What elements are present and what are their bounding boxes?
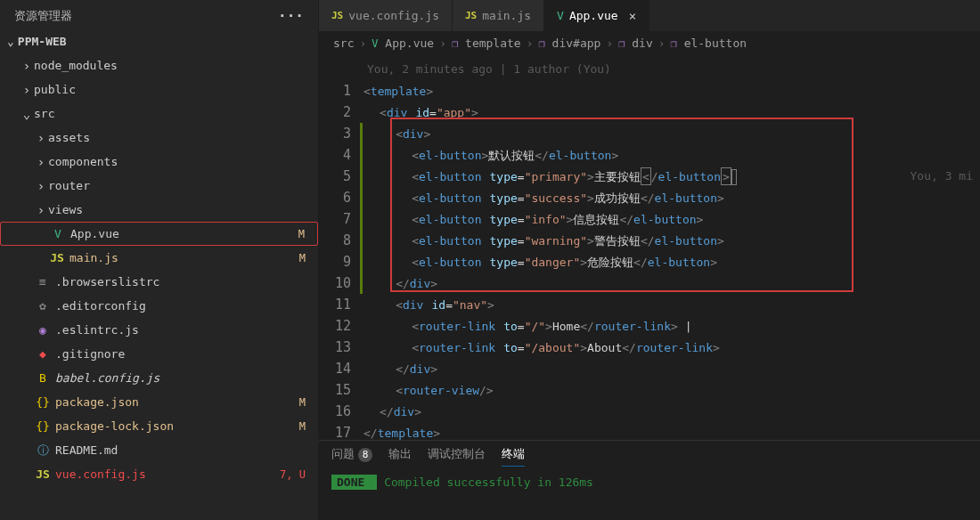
folder-item[interactable]: ›components <box>0 150 318 174</box>
git-status: M <box>299 420 306 433</box>
code-line[interactable]: <el-button>默认按钮</el-button> <box>363 144 980 166</box>
git-status: M <box>298 228 305 240</box>
code-line[interactable]: <el-button type="info">信息按钮</el-button> <box>363 208 980 230</box>
breadcrumb-item[interactable]: ❐ template <box>452 37 521 50</box>
git-status: M <box>299 396 306 409</box>
breadcrumb-icon: ❐ <box>539 37 545 50</box>
folder-item[interactable]: ⌄src <box>0 102 318 126</box>
workspace-root[interactable]: ⌄ PPM-WEB <box>0 31 318 52</box>
editor-main: JSvue.config.jsJSmain.jsVApp.vue× src›V … <box>319 0 980 520</box>
breadcrumb-separator: › <box>439 37 446 50</box>
code-area[interactable]: You, 2 minutes ago | 1 author (You)<temp… <box>363 55 980 440</box>
item-label: .eslintrc.js <box>55 323 318 337</box>
git-status: M <box>299 252 306 264</box>
editor-tab[interactable]: JSvue.config.js <box>319 0 453 31</box>
item-label: .editorconfig <box>55 299 318 313</box>
item-label: views <box>48 203 318 216</box>
file-icon: V <box>49 227 67 240</box>
item-label: node_modules <box>34 59 318 72</box>
close-icon[interactable]: × <box>629 9 636 23</box>
git-blame: You, 2 minutes ago | 1 author (You) <box>363 59 980 80</box>
file-item[interactable]: {}package.jsonM <box>0 390 318 414</box>
code-line[interactable]: <div id="app"> <box>363 102 980 123</box>
panel-tabs: 问题8输出调试控制台终端 <box>319 441 980 470</box>
sidebar-explorer: 资源管理器 ··· ⌄ PPM-WEB ›node_modules›public… <box>0 0 319 520</box>
file-icon: ✿ <box>34 299 52 313</box>
code-line[interactable]: <template> <box>363 80 980 102</box>
code-line[interactable]: </div> <box>363 401 980 422</box>
code-line[interactable]: <el-button type="danger">危险按钮</el-button… <box>363 251 980 272</box>
file-item[interactable]: ⓘREADME.md <box>0 438 318 462</box>
done-badge: DONE <box>331 475 377 490</box>
code-line[interactable]: </div> <box>363 358 980 379</box>
breadcrumb-separator: › <box>658 37 666 50</box>
breadcrumb-separator: › <box>527 37 534 50</box>
code-line[interactable]: <router-link to="/">Home</router-link> | <box>363 315 980 337</box>
file-item[interactable]: ◆.gitignore <box>0 342 318 366</box>
folder-item[interactable]: ›router <box>0 174 318 198</box>
explorer-header: 资源管理器 ··· <box>0 0 318 31</box>
code-line[interactable]: <el-button type="primary">主要按钮</el-butto… <box>363 166 980 187</box>
code-line[interactable]: <router-link to="/about">About</router-l… <box>363 337 980 358</box>
line-gutter: 1234567891011121314151617 <box>319 55 363 440</box>
folder-item[interactable]: ›views <box>0 198 318 222</box>
code-line[interactable]: <el-button type="success">成功按钮</el-butto… <box>363 187 980 208</box>
file-item[interactable]: JSvue.config.js7, U <box>0 462 318 486</box>
file-item[interactable]: ◉.eslintrc.js <box>0 318 318 342</box>
file-item[interactable]: Bbabel.config.js <box>0 366 318 390</box>
code-line[interactable]: <router-view/> <box>363 379 980 401</box>
file-item[interactable]: {}package-lock.jsonM <box>0 414 318 438</box>
panel-tab[interactable]: 调试控制台 <box>428 446 486 467</box>
file-tree: ›node_modules›public⌄src›assets›componen… <box>0 52 318 520</box>
terminal-output[interactable]: DONE Compiled successfully in 126ms <box>319 470 980 494</box>
breadcrumb-item[interactable]: ❐ div <box>618 37 653 50</box>
file-item[interactable]: VApp.vueM <box>0 222 318 246</box>
line-blame: You, 3 mi <box>911 166 973 187</box>
breadcrumb-item[interactable]: ❐ div#app <box>539 37 601 50</box>
item-label: App.vue <box>70 227 317 240</box>
item-label: router <box>48 179 318 192</box>
file-item[interactable]: JSmain.jsM <box>0 246 318 270</box>
code-line[interactable]: <el-button type="warning">警告按钮</el-butto… <box>363 230 980 251</box>
item-label: vue.config.js <box>55 467 318 481</box>
chevron-icon: ⌄ <box>20 107 34 121</box>
chevron-icon: › <box>20 83 34 97</box>
tab-label: main.js <box>482 9 531 22</box>
code-line[interactable]: <div> <box>363 123 980 144</box>
code-line[interactable]: <div id="nav"> <box>363 294 980 315</box>
file-icon: ≡ <box>34 275 52 288</box>
item-label: components <box>48 155 318 168</box>
breadcrumb-icon: V <box>372 37 378 50</box>
terminal-text: Compiled successfully in 126ms <box>384 475 593 489</box>
code-line[interactable]: </template> <box>363 422 980 440</box>
breadcrumb-item[interactable]: src <box>333 37 354 50</box>
file-icon: ◉ <box>34 323 52 337</box>
file-item[interactable]: ≡.browserslistrc <box>0 270 318 294</box>
code-line[interactable]: </div> <box>363 272 980 294</box>
breadcrumb-item[interactable]: V App.vue <box>372 37 434 50</box>
more-icon[interactable]: ··· <box>278 7 304 24</box>
explorer-title: 资源管理器 <box>14 8 72 24</box>
breadcrumbs: src›V App.vue›❐ template›❐ div#app›❐ div… <box>319 31 980 55</box>
breadcrumb-icon: ❐ <box>618 37 625 50</box>
chevron-down-icon: ⌄ <box>7 35 14 48</box>
panel-tab[interactable]: 终端 <box>502 446 525 467</box>
item-label: README.md <box>55 443 318 457</box>
editor-tabs: JSvue.config.jsJSmain.jsVApp.vue× <box>319 0 980 31</box>
editor-tab[interactable]: JSmain.js <box>453 0 544 31</box>
panel-tab[interactable]: 输出 <box>388 446 412 467</box>
file-item[interactable]: ✿.editorconfig <box>0 294 318 318</box>
file-icon: {} <box>34 419 52 433</box>
editor[interactable]: 1234567891011121314151617 You, 2 minutes… <box>319 55 980 440</box>
editor-tab[interactable]: VApp.vue× <box>544 0 649 31</box>
panel-tab[interactable]: 问题8 <box>331 446 372 467</box>
chevron-icon: › <box>34 131 48 145</box>
folder-item[interactable]: ›assets <box>0 126 318 150</box>
breadcrumb-item[interactable]: ❐ el-button <box>671 37 747 50</box>
item-label: .gitignore <box>55 347 318 361</box>
item-label: src <box>34 107 318 120</box>
file-icon: {} <box>34 395 52 409</box>
folder-item[interactable]: ›public <box>0 77 318 102</box>
tab-label: App.vue <box>569 9 618 22</box>
folder-item[interactable]: ›node_modules <box>0 53 318 77</box>
